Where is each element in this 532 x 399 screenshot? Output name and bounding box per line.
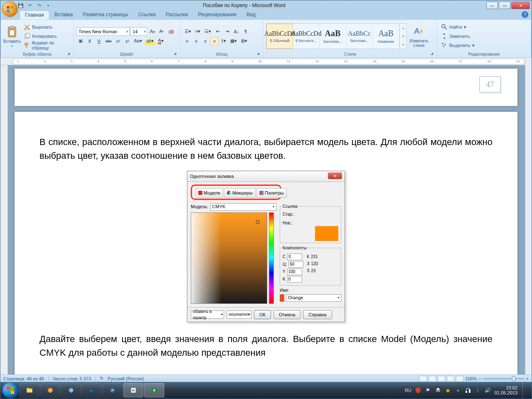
style-no-spacing[interactable]: AaBbCcDd¶ Без инте...	[293, 24, 320, 49]
line-spacing-button[interactable]: ‡▾	[219, 37, 228, 45]
tab-mailings[interactable]: Рассылки	[160, 10, 193, 20]
start-button[interactable]	[2, 382, 19, 398]
paste-button[interactable]: Вставить ▾	[3, 22, 21, 50]
taskbar-media-player[interactable]	[40, 383, 60, 397]
italic-button[interactable]: К	[86, 37, 94, 45]
tab-references[interactable]: Ссылки	[133, 10, 160, 20]
shrink-font-button[interactable]: A▾	[158, 27, 166, 36]
tray-security-icon[interactable]	[415, 387, 421, 394]
tray-date[interactable]: 01.05.2013	[495, 390, 517, 395]
copy-button[interactable]: Копировать	[22, 32, 71, 40]
clear-formatting-button[interactable]	[167, 27, 177, 36]
status-language[interactable]: Русский (Россия)	[108, 376, 144, 381]
status-word-count[interactable]: Число слов: 5 373	[53, 376, 91, 381]
format-painter-button[interactable]: Формат по образцу	[22, 41, 71, 49]
qat-save-button[interactable]: 💾	[17, 2, 25, 9]
vertical-scrollbar[interactable]	[525, 58, 532, 381]
help-icon[interactable]: ?	[522, 11, 528, 18]
qat-undo-button[interactable]: ↶	[26, 2, 34, 9]
grow-font-button[interactable]: A▴	[148, 27, 157, 36]
view-outline-button[interactable]	[447, 376, 454, 382]
view-full-screen-button[interactable]	[429, 376, 436, 382]
office-button[interactable]	[2, 1, 18, 17]
justify-button[interactable]: ≡	[210, 37, 219, 45]
bold-button[interactable]: Ж	[76, 37, 85, 45]
styles-gallery[interactable]: AaBbCcDd¶ Обычный AaBbCcDd¶ Без инте... …	[266, 23, 406, 49]
style-normal[interactable]: AaBbCcDd¶ Обычный	[266, 24, 293, 49]
font-family-combo[interactable]: Times New Roman	[76, 27, 130, 36]
taskbar-ie-dark[interactable]: e	[82, 383, 102, 397]
increase-indent-button[interactable]: ⇥	[223, 27, 231, 36]
taskbar-explorer[interactable]	[20, 383, 39, 397]
cut-button[interactable]: Вырезать	[22, 23, 71, 31]
underline-button[interactable]: Ч	[95, 37, 103, 45]
highlight-button[interactable]: ab▾	[145, 37, 155, 45]
shading-button[interactable]: ▦▾	[229, 37, 239, 45]
tray-app-icon-1[interactable]: ◆	[445, 387, 451, 394]
qat-customize-button[interactable]: ▾	[44, 2, 52, 9]
tab-page-layout[interactable]: Разметка страницы	[78, 10, 133, 20]
strikethrough-button[interactable]: abc	[104, 37, 113, 45]
tab-insert[interactable]: Вставка	[49, 10, 78, 20]
document-viewport[interactable]: 47 В списке, расположенном в верхней час…	[8, 65, 525, 381]
paragraph-launcher-icon[interactable]: ◢	[257, 52, 262, 57]
align-right-button[interactable]: ≡	[201, 37, 209, 45]
sort-button[interactable]: A↓	[232, 27, 241, 36]
status-page[interactable]: Страница: 48 из 48	[3, 376, 44, 381]
zoom-level[interactable]: 156%	[465, 376, 477, 381]
taskbar-app-p[interactable]: P	[103, 383, 123, 397]
tab-view[interactable]: Вид	[241, 10, 261, 20]
style-heading1[interactable]: AaBЗаголово...	[320, 24, 346, 49]
zoom-in-button[interactable]: +	[526, 376, 529, 381]
tray-volume-icon[interactable]: 🔊	[485, 387, 491, 394]
borders-button[interactable]: ⊞▾	[239, 37, 249, 45]
tab-review[interactable]: Рецензирование	[193, 10, 241, 20]
style-title[interactable]: AaBНазвание	[373, 24, 399, 49]
tray-app-icon-2[interactable]: ●	[455, 387, 461, 394]
font-size-combo[interactable]: 14	[131, 27, 147, 36]
align-left-button[interactable]: ≡	[183, 37, 191, 45]
taskbar-corel[interactable]	[144, 383, 164, 397]
change-case-button[interactable]: Aa▾	[133, 37, 144, 45]
subscript-button[interactable]: x2	[114, 37, 123, 45]
status-proofing-icon[interactable]: ✎	[100, 376, 103, 381]
bullets-button[interactable]: ☰▾	[183, 27, 193, 36]
show-desktop-button[interactable]	[522, 382, 527, 398]
taskbar-word[interactable]: W	[123, 383, 143, 397]
decrease-indent-button[interactable]: ⇤	[214, 27, 222, 36]
superscript-button[interactable]: x2	[123, 37, 132, 45]
vertical-ruler[interactable]	[0, 65, 8, 381]
styles-launcher-icon[interactable]: ◢	[431, 52, 436, 57]
tray-time[interactable]: 23:02	[495, 385, 517, 390]
view-draft-button[interactable]	[456, 376, 463, 382]
clipboard-launcher-icon[interactable]: ◢	[67, 52, 72, 57]
qat-redo-button[interactable]: ↷	[35, 2, 43, 9]
view-web-button[interactable]	[438, 376, 445, 382]
taskbar-ie-light[interactable]	[61, 383, 81, 397]
zoom-slider[interactable]	[483, 378, 525, 379]
tray-flag-icon[interactable]: ⚑	[425, 387, 431, 394]
style-heading2[interactable]: AaBbCcЗаголово...	[346, 24, 373, 49]
font-launcher-icon[interactable]: ◢	[174, 52, 179, 57]
window-maximize-button[interactable]: ▭	[499, 2, 510, 9]
tray-printer-icon[interactable]	[435, 387, 441, 394]
tab-home[interactable]: Главная	[20, 10, 49, 20]
view-print-layout-button[interactable]	[419, 376, 427, 382]
change-styles-button[interactable]: A Изменить стили	[408, 22, 430, 50]
show-marks-button[interactable]: ¶	[241, 27, 250, 36]
find-button[interactable]: Найти▾	[440, 23, 476, 31]
horizontal-ruler[interactable]: 12345678910111213141516171819	[0, 58, 525, 65]
font-color-button[interactable]: A▾	[156, 37, 165, 45]
tray-network-icon[interactable]	[465, 387, 471, 394]
replace-button[interactable]: Заменить	[440, 32, 476, 40]
align-center-button[interactable]: ≡	[192, 37, 200, 45]
styles-gallery-scroll[interactable]: ▴▾▾	[399, 24, 406, 49]
window-minimize-button[interactable]: —	[486, 2, 498, 9]
tray-bluetooth-icon[interactable]: ᛒ	[475, 387, 481, 394]
tray-language[interactable]: RU	[405, 388, 411, 393]
zoom-out-button[interactable]: −	[478, 376, 481, 381]
numbering-button[interactable]: ≡▾	[194, 27, 202, 36]
select-button[interactable]: Выделить▾	[440, 41, 476, 49]
multilevel-button[interactable]: ☱▾	[203, 27, 213, 36]
window-close-button[interactable]: ✕	[511, 2, 530, 9]
